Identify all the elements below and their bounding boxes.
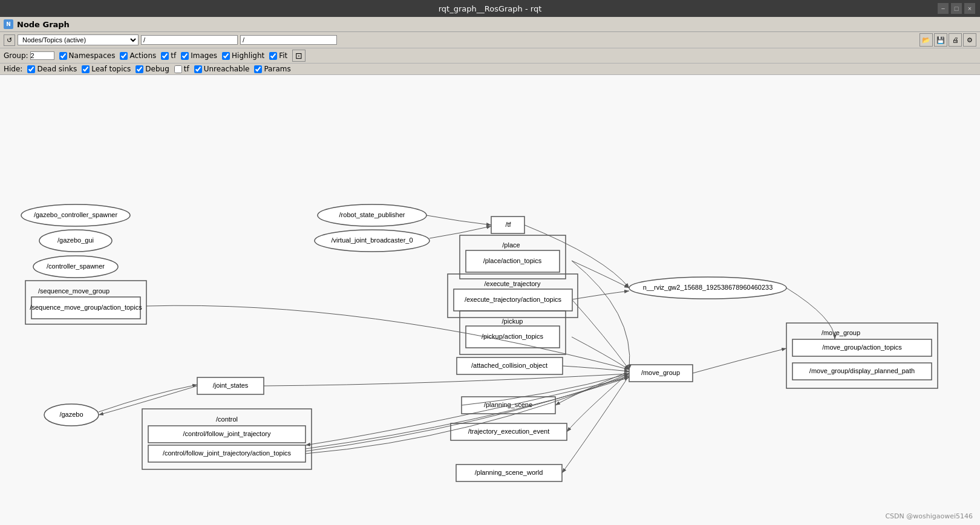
close-button[interactable]: × bbox=[964, 3, 975, 14]
svg-text:/virtual_joint_broadcaster_0: /virtual_joint_broadcaster_0 bbox=[331, 236, 413, 244]
edge-execute-mg bbox=[572, 300, 629, 370]
app-icon: N bbox=[4, 19, 13, 29]
svg-text:/joint_states: /joint_states bbox=[213, 382, 249, 389]
svg-text:/execute_trajectory/action_top: /execute_trajectory/action_topics bbox=[465, 296, 562, 303]
svg-text:/sequence_move_group: /sequence_move_group bbox=[38, 287, 109, 295]
minimize-button[interactable]: − bbox=[938, 3, 949, 14]
svg-text:/gazebo_controller_spawner: /gazebo_controller_spawner bbox=[34, 211, 118, 218]
open-button[interactable]: 📂 bbox=[920, 33, 933, 47]
toolbar-row1: ↺ Nodes/Topics (active) 📂 💾 🖨 ⚙ bbox=[0, 32, 980, 48]
titlebar-title: rqt_graph__RosGraph - rqt bbox=[439, 4, 542, 13]
toolbar-icons: 📂 💾 🖨 ⚙ bbox=[920, 33, 976, 47]
print-button[interactable]: 🖨 bbox=[949, 33, 962, 47]
svg-text:/attached_collision_object: /attached_collision_object bbox=[471, 362, 547, 369]
svg-text:/move_group: /move_group bbox=[641, 369, 680, 376]
titlebar-controls: − □ × bbox=[938, 3, 975, 14]
svg-text:/move_group/action_topics: /move_group/action_topics bbox=[822, 344, 902, 351]
settings-button[interactable]: ⚙ bbox=[963, 33, 976, 47]
save-button[interactable]: 💾 bbox=[934, 33, 947, 47]
dead-sinks-checkbox[interactable]: Dead sinks bbox=[27, 65, 77, 73]
restore-button[interactable]: □ bbox=[951, 3, 962, 14]
tf-checkbox[interactable]: tf bbox=[161, 51, 176, 60]
highlight-checkbox[interactable]: Highlight bbox=[222, 51, 264, 60]
graph-svg: /gazebo_controller_spawner /gazebo_gui /… bbox=[0, 75, 980, 525]
svg-text:/place/action_topics: /place/action_topics bbox=[483, 257, 542, 264]
view-mode-select[interactable]: Nodes/Topics (active) bbox=[18, 34, 139, 45]
edge-mg-mgr bbox=[693, 348, 786, 373]
namespaces-checkbox[interactable]: Namespaces bbox=[59, 51, 116, 60]
filter1-input[interactable] bbox=[141, 35, 238, 45]
params-checkbox[interactable]: Params bbox=[254, 65, 290, 73]
svg-text:/sequence_move_group/action_to: /sequence_move_group/action_topics bbox=[30, 304, 142, 311]
svg-text:/move_group/display_planned_pa: /move_group/display_planned_path bbox=[809, 367, 915, 374]
unreachable-checkbox[interactable]: Unreachable bbox=[194, 65, 250, 73]
svg-text:/move_group: /move_group bbox=[822, 329, 860, 336]
app-title: Node Graph bbox=[17, 20, 70, 29]
toolbar-row3: Hide: Dead sinks Leaf topics Debug tf Un… bbox=[0, 64, 980, 75]
svg-text:/gazebo: /gazebo bbox=[59, 411, 83, 418]
svg-text:/place: /place bbox=[502, 241, 520, 249]
filter2-input[interactable] bbox=[240, 35, 337, 45]
edge-joint-mg bbox=[264, 374, 629, 386]
edge-execute-rviz bbox=[572, 291, 629, 299]
svg-text:/control/follow_joint_trajecto: /control/follow_joint_trajectory/action_… bbox=[163, 449, 292, 457]
app-window: N Node Graph ↺ Nodes/Topics (active) 📂 💾… bbox=[0, 17, 980, 525]
edge-joint-gazebo bbox=[99, 386, 197, 415]
toolbar-row2: Group: Namespaces Actions tf Images High… bbox=[0, 48, 980, 64]
fit-icon-button[interactable]: ⊡ bbox=[292, 50, 305, 62]
svg-text:/control/follow_joint_trajecto: /control/follow_joint_trajectory bbox=[183, 430, 271, 437]
svg-text:/robot_state_publisher: /robot_state_publisher bbox=[339, 211, 405, 218]
edge-place-mg bbox=[572, 261, 630, 370]
edge-gazebo-joint bbox=[99, 385, 197, 412]
edge-vjb-tf bbox=[430, 226, 491, 238]
debug-checkbox[interactable]: Debug bbox=[136, 65, 169, 73]
hide-label: Hide: bbox=[4, 65, 22, 73]
fit-checkbox[interactable]: Fit bbox=[269, 51, 287, 60]
titlebar: rqt_graph__RosGraph - rqt − □ × bbox=[0, 0, 980, 17]
watermark: CSDN @woshigaowei5146 bbox=[885, 512, 973, 520]
app-titlebar: N Node Graph bbox=[0, 17, 980, 32]
svg-text:/pickup: /pickup bbox=[502, 318, 523, 325]
actions-checkbox[interactable]: Actions bbox=[120, 51, 156, 60]
svg-text:/pickup/action_topics: /pickup/action_topics bbox=[482, 333, 544, 340]
images-checkbox[interactable]: Images bbox=[181, 51, 217, 60]
svg-text:/gazebo_gui: /gazebo_gui bbox=[57, 236, 94, 244]
tf-hide-checkbox[interactable]: tf bbox=[174, 65, 189, 73]
graph-area[interactable]: /gazebo_controller_spawner /gazebo_gui /… bbox=[0, 75, 980, 525]
edge-pickup-mg bbox=[572, 337, 629, 370]
svg-text:/planning_scene_world: /planning_scene_world bbox=[475, 469, 543, 476]
svg-text:/control: /control bbox=[216, 416, 238, 423]
leaf-topics-checkbox[interactable]: Leaf topics bbox=[82, 65, 131, 73]
edge-mg-psw bbox=[562, 376, 629, 473]
edge-rsp-tf bbox=[426, 215, 491, 225]
svg-text:n__rviz_gw2_15688_192538678960: n__rviz_gw2_15688_192538678960460233 bbox=[643, 284, 773, 291]
svg-text:/execute_trajectory: /execute_trajectory bbox=[485, 280, 541, 287]
group-input[interactable] bbox=[30, 51, 54, 60]
group-label: Group: bbox=[4, 51, 54, 60]
refresh-button[interactable]: ↺ bbox=[4, 34, 15, 46]
edge-place-rviz bbox=[572, 261, 629, 288]
svg-text:/trajectory_execution_event: /trajectory_execution_event bbox=[468, 428, 550, 435]
svg-text:/tf: /tf bbox=[505, 221, 511, 228]
svg-text:/controller_spawner: /controller_spawner bbox=[47, 262, 105, 270]
